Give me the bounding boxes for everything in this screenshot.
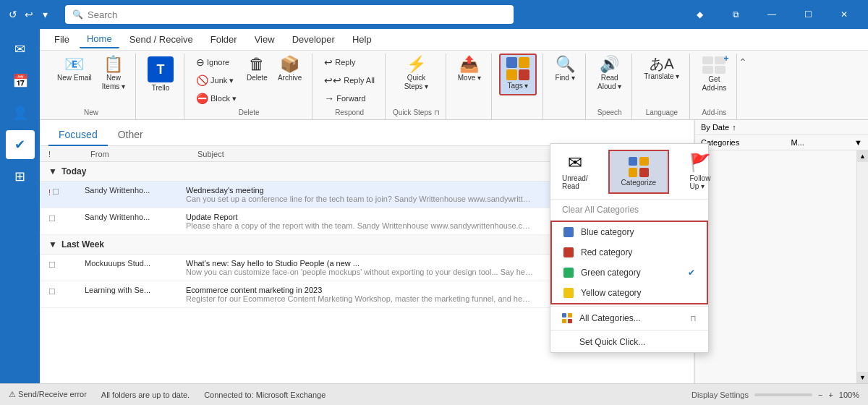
new-email-label: New Email — [57, 74, 92, 82]
close-btn[interactable]: ✕ — [827, 0, 861, 29]
status-error: ⚠ Send/Receive error — [9, 390, 87, 399]
junk-button[interactable]: 🚫 Junk ▾ — [192, 72, 241, 89]
sidebar-item-calendar[interactable]: 📅 — [6, 67, 35, 95]
dropdown-separator-2 — [550, 330, 708, 331]
ignore-button[interactable]: ⊖ Ignore — [192, 54, 241, 71]
get-addins-button[interactable]: + GetAdd-ins — [697, 54, 731, 95]
translate-button[interactable]: あA Translate ▾ — [639, 54, 684, 95]
email-2-icons: ☐ — [48, 213, 85, 223]
quick-steps-icon: ⚡ — [407, 56, 426, 72]
zoom-minus-btn[interactable]: − — [818, 391, 822, 399]
tags-label: Tags ▾ — [508, 82, 529, 90]
unread-read-btn[interactable]: ✉ Unread/Read — [550, 147, 600, 196]
move-button[interactable]: 📤 Move ▾ — [454, 54, 485, 95]
new-email-button[interactable]: 📧 New Email — [53, 54, 96, 95]
ribbon-group-quicksteps: ⚡ QuickSteps ▾ Quick Steps ⊓ — [387, 54, 446, 119]
clear-all-categories-btn[interactable]: Clear All Categories — [550, 200, 708, 221]
tab-focused[interactable]: Focused — [48, 124, 108, 146]
ribbon-group-find: 🔍 Find ▾ — [545, 54, 586, 119]
reply-button[interactable]: ↩ Reply — [320, 54, 379, 71]
archive-button[interactable]: 📦 Archive — [273, 54, 306, 95]
forward-button[interactable]: → Forward — [320, 90, 379, 107]
archive-icon: 📦 — [280, 56, 299, 72]
undo-btn[interactable]: ↩ — [23, 9, 35, 20]
minimize-btn[interactable]: — — [755, 0, 788, 29]
restore-btn[interactable]: ⧉ — [719, 0, 752, 29]
col-from-header[interactable]: From — [90, 150, 192, 158]
block-button[interactable]: ⛔ Block ▾ — [192, 90, 241, 107]
red-category-item[interactable]: Red category — [552, 242, 707, 263]
search-box[interactable]: 🔍 — [65, 5, 514, 24]
delete-group-label: Delete — [239, 108, 260, 116]
delete-button[interactable]: 🗑 Delete — [242, 54, 272, 95]
col-subject-header: Subject — [197, 150, 549, 158]
menu-file[interactable]: File — [47, 31, 77, 48]
sidebar-item-mail[interactable]: ✉ — [6, 35, 35, 64]
green-category-item[interactable]: Green category ✔ — [552, 263, 707, 283]
yellow-category-item[interactable]: Yellow category — [552, 283, 707, 303]
email-1-unread-icon: ☐ — [52, 187, 59, 197]
ribbon-group-delete: ⊖ Ignore 🚫 Junk ▾ ⛔ Block ▾ 🗑 Delete 📦 A… — [186, 54, 312, 119]
menu-view[interactable]: View — [247, 31, 282, 48]
ribbon-group-move: 📤 Move ▾ — [448, 54, 492, 119]
back-btn[interactable]: ↺ — [7, 9, 19, 20]
email-3-subject: What's new: Say hello to Studio People (… — [186, 259, 555, 268]
translate-label: Translate ▾ — [644, 72, 679, 81]
maximize-btn[interactable]: ☐ — [791, 0, 825, 29]
reply-all-button[interactable]: ↩↩ Reply All — [320, 72, 379, 89]
archive-label: Archive — [278, 74, 302, 82]
read-aloud-icon: 🔊 — [600, 56, 619, 72]
menu-bar: File Home Send / Receive Folder View Dev… — [40, 29, 868, 51]
email-1-subject: Wednesday's meeting — [186, 186, 555, 195]
delete-label: Delete — [247, 74, 268, 82]
trello-button[interactable]: T Trello — [143, 54, 178, 95]
tab-other[interactable]: Other — [108, 124, 153, 146]
diamond-btn[interactable]: ◆ — [683, 0, 716, 29]
respond-group-label: Respond — [335, 108, 364, 116]
categorize-btn[interactable]: Categorize — [608, 150, 669, 194]
menu-folder[interactable]: Folder — [203, 31, 244, 48]
all-categories-btn[interactable]: All Categories... ⊓ — [550, 308, 708, 328]
dropdown-btn[interactable]: ▾ — [39, 9, 51, 20]
menu-developer[interactable]: Developer — [285, 31, 342, 48]
menu-help[interactable]: Help — [345, 31, 379, 48]
window-controls-right[interactable]: ◆ ⧉ — ☐ ✕ — [683, 0, 861, 29]
set-quick-click-btn[interactable]: Set Quick Click... — [550, 332, 708, 352]
filter-icon[interactable]: ▼ — [854, 138, 862, 147]
section-today-label: Today — [61, 166, 86, 176]
tags-button[interactable]: Tags ▾ — [499, 54, 537, 95]
zoom-plus-btn[interactable]: + — [828, 391, 833, 399]
forward-icon: → — [324, 93, 334, 104]
ribbon-group-respond: ↩ Reply ↩↩ Reply All → Forward Respond — [314, 54, 386, 119]
sort-control[interactable]: By Date ↑ — [701, 123, 736, 132]
find-button[interactable]: 🔍 Find ▾ — [550, 54, 579, 95]
menu-send-receive[interactable]: Send / Receive — [122, 31, 200, 48]
quick-steps-group-label: Quick Steps ⊓ — [393, 108, 440, 116]
ribbon-collapse-btn[interactable]: ⌃ — [739, 54, 747, 119]
status-folders: All folders are up to date. — [101, 391, 190, 399]
quick-steps-button[interactable]: ⚡ QuickSteps ▾ — [400, 54, 433, 95]
blue-category-item[interactable]: Blue category — [552, 222, 707, 242]
left-sidebar: ✉ 📅 👤 ✔ ⊞ — [0, 29, 40, 383]
search-input[interactable] — [88, 9, 506, 20]
sidebar-item-apps[interactable]: ⊞ — [6, 162, 35, 191]
collapse-icon[interactable]: ⌃ — [739, 56, 747, 68]
scroll-up-btn[interactable]: ▲ — [857, 150, 869, 162]
delete-icon: 🗑 — [249, 56, 265, 72]
read-aloud-button[interactable]: 🔊 ReadAloud ▾ — [593, 54, 626, 95]
zoom-slider[interactable] — [754, 393, 812, 396]
window-controls-left[interactable]: ↺ ↩ ▾ — [7, 9, 51, 20]
categories-section: Blue category Red category Green categor… — [550, 221, 708, 304]
main-area: File Home Send / Receive Folder View Dev… — [40, 29, 868, 383]
sidebar-item-tasks[interactable]: ✔ — [6, 130, 35, 159]
new-group-label: New — [84, 108, 98, 116]
email-2-from: Sandy Writtenho... — [85, 213, 186, 221]
green-category-label: Green category — [581, 268, 641, 278]
tabs-row: Focused Other — [40, 120, 694, 146]
scroll-down-btn[interactable]: ▼ — [857, 372, 869, 383]
new-items-button[interactable]: 📋 NewItems ▾ — [98, 54, 129, 95]
new-email-icon: 📧 — [64, 56, 84, 72]
sidebar-item-people[interactable]: 👤 — [6, 98, 35, 127]
menu-home[interactable]: Home — [80, 30, 119, 48]
follow-up-btn[interactable]: 🚩 FollowUp ▾ — [678, 147, 723, 196]
